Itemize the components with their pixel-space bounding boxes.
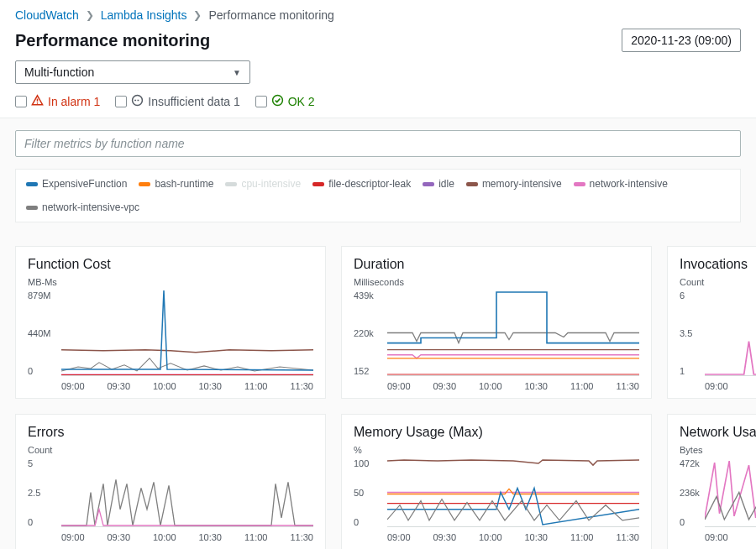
chart-network-usage[interactable]: Network Usage Bytes 472k 236k 0 09:00 [667,414,756,549]
checkbox-insufficient[interactable] [115,96,127,107]
x-tick: 09:00 [61,381,85,391]
legend-swatch-icon [225,182,237,186]
svg-point-1 [37,102,39,104]
breadcrumb-current: Performance monitoring [208,8,333,22]
y-tick: 100 [354,458,386,468]
breadcrumb-cloudwatch[interactable]: CloudWatch [15,8,79,22]
chevron-down-icon: ▼ [233,68,241,77]
breadcrumb-lambda-insights[interactable]: Lambda Insights [101,8,187,22]
insufficient-data-icon [131,94,144,109]
y-tick: 220k [354,328,386,338]
x-tick: 10:30 [524,381,548,391]
x-tick: 10:30 [198,532,222,542]
legend-swatch-icon [423,182,434,186]
chart-unit: MB-Ms [28,277,313,287]
alarm-ok-label: OK 2 [288,95,315,108]
time-range-label: 2020-11-23 (09:00) [631,34,732,47]
y-tick: 2.5 [28,488,60,498]
x-tick: 10:30 [524,532,548,542]
chart-title: Duration [354,257,639,272]
legend-label: memory-intensive [482,178,562,190]
legend-swatch-icon [139,182,150,186]
x-tick: 09:00 [705,381,728,391]
x-tick: 10:00 [479,532,502,542]
legend-label: network-intensive [590,178,668,190]
x-tick: 09:00 [387,532,411,542]
alarm-filter-insufficient[interactable]: Insufficient data 1 [115,94,239,109]
y-tick: 472k [680,458,703,468]
chart-errors[interactable]: Errors Count 5 2.5 0 09:0009:3010:0010:3… [15,414,326,549]
x-tick: 11:30 [290,532,313,542]
legend-item-network-intensive[interactable]: network-intensive [574,178,668,190]
legend-item-ExpensiveFunction[interactable]: ExpensiveFunction [26,178,127,190]
legend-item-file-descriptor-leak[interactable]: file-descriptor-leak [312,178,411,190]
x-tick: 11:00 [570,381,594,391]
chart-unit: Count [28,445,313,455]
chart-unit: Count [680,277,756,287]
x-tick: 09:00 [705,532,728,542]
chevron-right-icon: ❯ [193,9,202,21]
x-tick: 11:00 [244,532,268,542]
legend-swatch-icon [312,182,324,186]
x-tick: 09:30 [107,381,130,391]
x-tick: 11:30 [616,532,639,542]
chart-title: Invocations [680,257,756,272]
x-tick: 09:00 [387,381,411,391]
x-tick: 09:30 [433,532,456,542]
y-tick: 1 [680,366,703,376]
legend-item-network-intensive-vpc[interactable]: network-intensive-vpc [26,201,139,213]
alarm-insufficient-label: Insufficient data 1 [148,95,239,108]
chart-duration[interactable]: Duration Milliseconds 439k 220k 152 [341,246,652,399]
alarm-in-alarm-label: In alarm 1 [48,95,100,108]
legend-item-idle[interactable]: idle [423,178,454,190]
x-tick: 09:30 [433,381,456,391]
legend-swatch-icon [574,182,585,186]
x-tick: 11:00 [570,532,594,542]
legend-label: ExpensiveFunction [42,178,127,190]
y-tick: 236k [680,488,703,498]
alarm-filter-ok[interactable]: OK 2 [255,94,315,109]
view-select-label: Multi-function [24,65,94,79]
y-tick: 5 [28,458,60,468]
x-tick: 10:00 [153,381,176,391]
chart-title: Network Usage [680,425,756,440]
x-tick: 10:00 [153,532,176,542]
chart-invocations[interactable]: Invocations Count 6 3.5 1 09:00 [667,246,756,399]
chart-unit: Milliseconds [354,277,639,287]
chart-title: Memory Usage (Max) [354,425,639,440]
page-title: Performance monitoring [15,31,210,50]
time-range-picker[interactable]: 2020-11-23 (09:00) [622,29,741,52]
y-tick: 6 [680,290,703,301]
checkbox-in-alarm[interactable] [15,96,27,107]
legend-item-memory-intensive[interactable]: memory-intensive [466,178,562,190]
chart-function-cost[interactable]: Function Cost MB-Ms 879M 440M 0 [15,246,326,399]
y-tick: 440M [28,328,60,338]
x-tick: 11:30 [290,381,313,391]
y-tick: 0 [28,517,60,527]
legend-label: idle [438,178,454,190]
checkbox-ok[interactable] [255,96,267,107]
view-select[interactable]: Multi-function ▼ [15,60,250,84]
chart-memory-usage[interactable]: Memory Usage (Max) % 100 50 0 09:0009:30… [341,414,652,549]
y-tick: 439k [354,290,386,301]
x-tick: 09:00 [61,532,85,542]
legend-item-cpu-intensive[interactable]: cpu-intensive [225,178,301,190]
legend-swatch-icon [26,206,38,210]
chart-title: Function Cost [28,257,313,272]
y-tick: 0 [28,366,60,376]
function-legend: ExpensiveFunctionbash-runtimecpu-intensi… [15,169,741,222]
legend-label: bash-runtime [155,178,213,190]
legend-label: cpu-intensive [241,178,301,190]
filter-input[interactable] [15,130,741,157]
y-tick: 50 [354,488,386,498]
chart-unit: % [354,445,639,455]
chart-title: Errors [28,425,313,440]
legend-swatch-icon [26,182,38,186]
y-tick: 0 [354,517,386,527]
x-tick: 11:30 [616,381,639,391]
legend-label: file-descriptor-leak [328,178,411,190]
legend-swatch-icon [466,182,478,186]
alarm-filter-in-alarm[interactable]: In alarm 1 [15,94,100,109]
alarm-filter-row: In alarm 1 Insufficient data 1 OK 2 [15,94,741,118]
legend-item-bash-runtime[interactable]: bash-runtime [139,178,213,190]
